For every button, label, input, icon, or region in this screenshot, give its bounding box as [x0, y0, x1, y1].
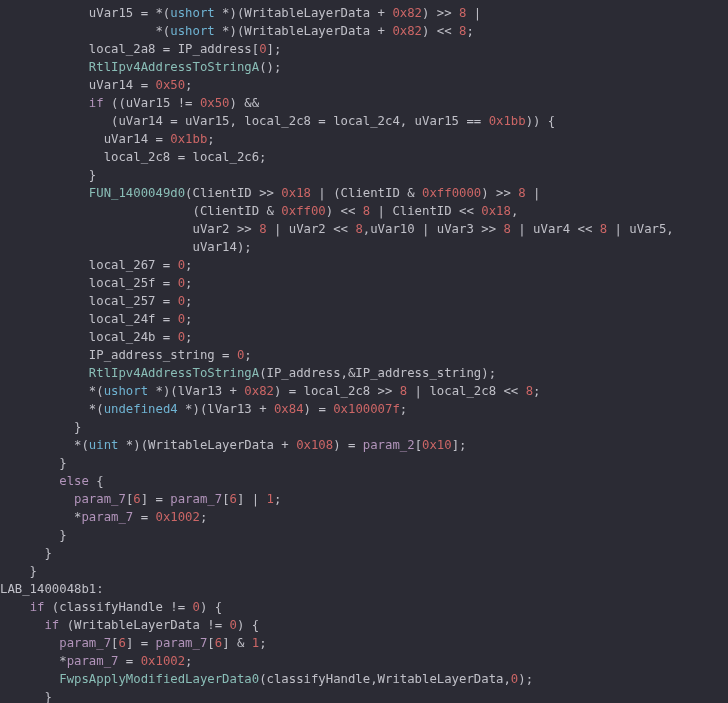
code-line: } — [0, 168, 96, 182]
code-line: local_2a8 = IP_address[0]; — [0, 42, 281, 56]
code-line: LAB_1400048b1: — [0, 582, 104, 596]
code-line: IP_address_string = 0; — [0, 348, 252, 362]
code-line: param_7[6] = param_7[6] & 1; — [0, 636, 267, 650]
code-line: uVar2 >> 8 | uVar2 << 8,uVar10 | uVar3 >… — [0, 222, 674, 236]
code-line: *(ushort *)(lVar13 + 0x82) = local_2c8 >… — [0, 384, 541, 398]
code-line: RtlIpv4AddressToStringA(); — [0, 60, 281, 74]
code-line: local_2c8 = local_2c6; — [0, 150, 267, 164]
code-line: } — [0, 690, 52, 703]
code-line: FwpsApplyModifiedLayerData0(classifyHand… — [0, 672, 533, 686]
code-line: else { — [0, 474, 104, 488]
code-line: local_267 = 0; — [0, 258, 193, 272]
code-line: local_24f = 0; — [0, 312, 193, 326]
code-line: } — [0, 546, 52, 560]
code-line: *(ushort *)(WritableLayerData + 0x82) <<… — [0, 24, 474, 38]
code-line: *(uint *)(WritableLayerData + 0x108) = p… — [0, 438, 466, 452]
code-line: *(undefined4 *)(lVar13 + 0x84) = 0x10000… — [0, 402, 407, 416]
code-block: uVar15 = *(ushort *)(WritableLayerData +… — [0, 0, 728, 703]
code-line: local_24b = 0; — [0, 330, 193, 344]
code-line: if ((uVar15 != 0x50) && — [0, 96, 259, 110]
code-line: local_25f = 0; — [0, 276, 193, 290]
code-line: uVar15 = *(ushort *)(WritableLayerData +… — [0, 6, 481, 20]
code-line: if (classifyHandle != 0) { — [0, 600, 222, 614]
code-line: param_7[6] = param_7[6] | 1; — [0, 492, 281, 506]
code-line: uVar14 = 0x1bb; — [0, 132, 215, 146]
code-line: (ClientID & 0xff00) << 8 | ClientID << 0… — [0, 204, 518, 218]
code-line: } — [0, 528, 67, 542]
code-line: local_257 = 0; — [0, 294, 193, 308]
code-line: (uVar14 = uVar15, local_2c8 = local_2c4,… — [0, 114, 555, 128]
code-line: *param_7 = 0x1002; — [0, 654, 193, 668]
code-line: } — [0, 456, 67, 470]
code-line: } — [0, 420, 81, 434]
code-line: *param_7 = 0x1002; — [0, 510, 207, 524]
code-line: uVar14); — [0, 240, 252, 254]
code-line: uVar14 = 0x50; — [0, 78, 193, 92]
code-line: if (WritableLayerData != 0) { — [0, 618, 259, 632]
code-line: } — [0, 564, 37, 578]
code-line: FUN_1400049d0(ClientID >> 0x18 | (Client… — [0, 186, 541, 200]
code-line: RtlIpv4AddressToStringA(IP_address,&IP_a… — [0, 366, 496, 380]
